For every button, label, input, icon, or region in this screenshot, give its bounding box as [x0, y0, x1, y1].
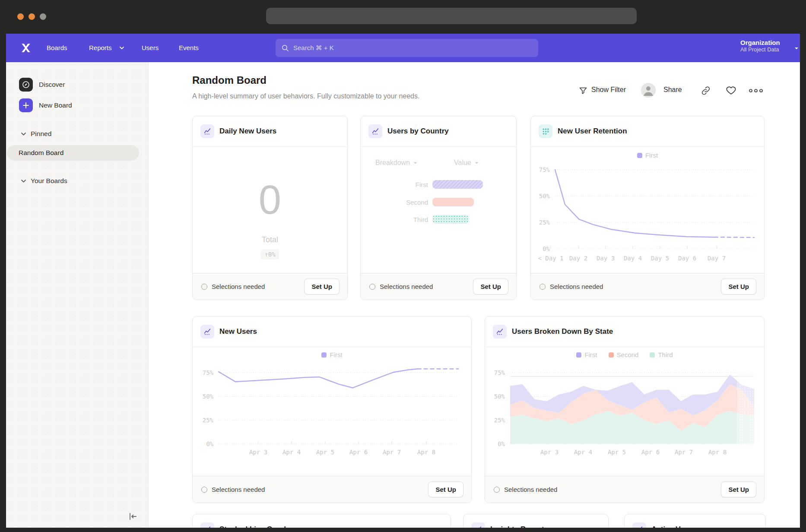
set-up-button[interactable]: Set Up: [428, 481, 463, 497]
line-chart-icon: [200, 124, 214, 138]
breakdown-dropdown[interactable]: Breakdown: [375, 159, 418, 167]
favorite-heart-icon[interactable]: [726, 85, 736, 96]
card-title: Daily New Users: [219, 116, 276, 146]
set-up-button[interactable]: Set Up: [304, 279, 340, 294]
status-text: Selections needed: [550, 283, 721, 290]
sidebar-section-label: Your Boards: [31, 177, 67, 185]
svg-text:50%: 50%: [539, 193, 550, 200]
set-up-button[interactable]: Set Up: [473, 279, 508, 294]
window-close-button[interactable]: [17, 13, 24, 20]
svg-text:Apr 8: Apr 8: [708, 449, 727, 456]
new-users-line-chart: 75%50%25%0%Apr 3Apr 4Apr 5Apr 6Apr 7Apr …: [193, 344, 472, 477]
svg-text:75%: 75%: [494, 369, 505, 376]
page-subtitle: A high-level summary of user behaviors. …: [192, 92, 419, 100]
search-placeholder: Search ⌘ + K: [293, 44, 334, 52]
sidebar-item-discover[interactable]: Discover: [19, 78, 65, 92]
search-input[interactable]: Search ⌘ + K: [276, 39, 538, 57]
filter-icon[interactable]: [579, 86, 587, 95]
svg-text:Apr 4: Apr 4: [574, 449, 592, 456]
set-up-button[interactable]: Set Up: [721, 279, 756, 294]
org-name: Organization: [740, 39, 780, 46]
svg-text:25%: 25%: [203, 417, 214, 424]
svg-text:0%: 0%: [498, 440, 505, 447]
browser-address-bar[interactable]: [266, 8, 637, 24]
stacked-area-chart: 75%50%25%0%Apr 3Apr 4Apr 5Apr 6Apr 7Apr …: [485, 344, 765, 477]
svg-text:Apr 5: Apr 5: [316, 449, 334, 456]
window-titlebar: [0, 0, 806, 34]
page-title: Random Board: [192, 74, 267, 86]
svg-text:25%: 25%: [539, 219, 550, 226]
sidebar-item-random-board[interactable]: Random Board: [7, 145, 139, 161]
svg-text:50%: 50%: [494, 393, 505, 400]
nav-item-reports[interactable]: Reports: [89, 34, 112, 62]
card-title: New Users: [219, 317, 257, 347]
window-zoom-button[interactable]: [40, 13, 46, 20]
svg-text:Apr 7: Apr 7: [675, 449, 693, 456]
status-circle-icon: [494, 487, 500, 493]
chevron-down-icon: [21, 132, 26, 136]
card-footer: Selections needed Set Up: [531, 273, 764, 300]
mixpanel-logo-icon[interactable]: [20, 42, 32, 54]
svg-text:Day 3: Day 3: [597, 255, 615, 262]
set-up-button[interactable]: Set Up: [721, 481, 756, 497]
card-header: Daily New Users: [193, 116, 347, 146]
status-circle-icon: [369, 284, 375, 290]
nav-item-users[interactable]: Users: [142, 34, 159, 62]
svg-text:Day 5: Day 5: [651, 255, 669, 262]
card-new-users: New Users First 75%50%25%0%Apr 3Apr 4Apr…: [192, 316, 472, 503]
nav-item-events[interactable]: Events: [179, 34, 199, 62]
sidebar-section-pinned[interactable]: Pinned: [21, 130, 51, 138]
top-nav: Boards Reports Users Events Search ⌘ + K: [6, 34, 800, 62]
sidebar-item-new-board[interactable]: New Board: [19, 98, 72, 112]
status-text: Selections needed: [212, 486, 428, 493]
status-circle-icon: [201, 487, 207, 493]
app-window: Boards Reports Users Events Search ⌘ + K: [0, 0, 806, 532]
svg-text:Apr 4: Apr 4: [282, 449, 301, 456]
status-text: Selections needed: [380, 283, 473, 290]
status-text: Selections needed: [504, 486, 721, 493]
bar-first: [432, 180, 483, 189]
svg-text:0%: 0%: [543, 245, 550, 252]
retention-line-chart: 75%50%25%0%< Day 1Day 2Day 3Day 4Day 5Da…: [531, 146, 765, 274]
svg-text:75%: 75%: [203, 369, 214, 376]
row-label: Second: [376, 199, 428, 206]
card-header: Users by Country: [361, 116, 516, 146]
nav-item-boards[interactable]: Boards: [47, 34, 67, 62]
compass-icon: [19, 78, 33, 92]
svg-text:Day 6: Day 6: [678, 255, 696, 262]
bar-second: [432, 198, 474, 206]
dropdown-label: Breakdown: [375, 159, 410, 167]
value-dropdown[interactable]: Value: [454, 159, 479, 167]
sidebar-collapse-button[interactable]: [127, 510, 139, 522]
svg-text:Day 4: Day 4: [624, 255, 642, 262]
chevron-down-icon: [21, 179, 26, 183]
svg-text:Apr 6: Apr 6: [349, 449, 368, 456]
card-footer: Selections needed Set Up: [193, 273, 347, 300]
row-label: First: [376, 181, 428, 188]
line-chart-icon: [368, 124, 382, 138]
more-options-icon[interactable]: [748, 88, 764, 93]
card-title: New User Retention: [558, 116, 627, 146]
card-header: New User Retention: [531, 116, 764, 146]
chevron-down-icon: [474, 162, 479, 165]
window-frame-left: [0, 0, 6, 532]
svg-text:25%: 25%: [494, 417, 505, 424]
share-button[interactable]: Share: [663, 86, 682, 94]
sidebar-item-label: Discover: [39, 81, 65, 89]
metric-delta-badge: ↑0%: [260, 249, 279, 260]
window-minimize-button[interactable]: [29, 13, 35, 20]
sidebar-section-your-boards[interactable]: Your Boards: [21, 177, 67, 185]
line-chart-icon: [493, 325, 507, 339]
org-switcher[interactable]: Organization All Project Data: [740, 39, 780, 53]
copy-link-icon[interactable]: [701, 86, 711, 96]
show-filter-button[interactable]: Show Filter: [591, 86, 626, 94]
chevron-down-icon: [413, 162, 418, 165]
avatar[interactable]: [641, 83, 656, 98]
svg-text:0%: 0%: [206, 440, 213, 447]
line-chart-icon: [200, 325, 214, 339]
status-circle-icon: [539, 284, 546, 290]
card-daily-new-users: Daily New Users 0 Total ↑0% Selections n…: [192, 116, 348, 300]
svg-text:75%: 75%: [539, 166, 550, 173]
card-users-by-country: Users by Country Breakdown Value First S…: [360, 116, 517, 300]
svg-text:Apr 3: Apr 3: [249, 449, 267, 456]
